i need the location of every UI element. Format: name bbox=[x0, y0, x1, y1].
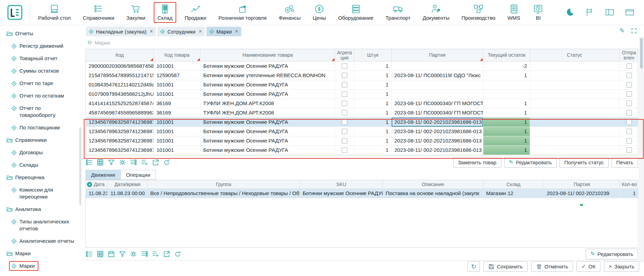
column-header-datetime[interactable]: Дата/время bbox=[108, 180, 147, 188]
table-row[interactable]: 215478955478995512147156 12590587 Ботинк… bbox=[86, 71, 638, 80]
column-header-product-name[interactable]: Наименование товара bbox=[200, 49, 335, 61]
split-panel-icon[interactable] bbox=[605, 8, 615, 17]
aggregation-checkbox[interactable] bbox=[342, 119, 347, 125]
replace-product-button[interactable]: Заменить товар bbox=[453, 157, 501, 168]
sidebar-item[interactable]: Типы аналитических отчетов bbox=[0, 215, 82, 235]
sidebar-item[interactable]: Товарный отчет bbox=[0, 52, 82, 65]
tab-operations[interactable]: Операции bbox=[121, 170, 156, 180]
sent-checkbox[interactable] bbox=[626, 110, 632, 116]
movement-row[interactable]: 11.08.23 11.08.23 00:00 Все / Непродовол… bbox=[86, 189, 638, 198]
sent-checkbox[interactable] bbox=[626, 129, 632, 134]
numbered-list-icon[interactable] bbox=[86, 159, 93, 166]
column-header-aggregation[interactable]: Агрегация bbox=[335, 49, 354, 61]
menu-item-spravochniki[interactable]: Справочники bbox=[79, 2, 118, 23]
column-header-status[interactable]: Статус bbox=[530, 49, 619, 61]
grid-view-icon[interactable] bbox=[97, 250, 104, 258]
ok-button[interactable]: ✓ОК bbox=[576, 261, 600, 272]
column-header-batch[interactable]: Партия bbox=[392, 49, 483, 61]
sent-checkbox[interactable] bbox=[626, 82, 632, 88]
column-header-sku[interactable]: SKU bbox=[300, 180, 383, 188]
refresh-button[interactable]: ↻ bbox=[467, 261, 480, 272]
aggregation-checkbox[interactable] bbox=[342, 129, 347, 134]
sidebar-item[interactable]: Комиссии для переоценки bbox=[0, 184, 82, 203]
menu-item-sklad[interactable]: Склад bbox=[154, 2, 176, 23]
menu-item-proizvodstvo[interactable]: Производство bbox=[458, 2, 499, 23]
list-add-icon[interactable] bbox=[141, 159, 148, 166]
tab[interactable]: Сотрудники × bbox=[157, 27, 205, 36]
table-row[interactable]: 123456789632587412369874 101001 Ботинки … bbox=[86, 118, 638, 127]
aggregation-checkbox[interactable] bbox=[342, 110, 347, 116]
pin-flag-icon[interactable] bbox=[584, 8, 595, 17]
column-header-batch[interactable]: Партия bbox=[544, 180, 620, 188]
menu-item-tseny[interactable]: $ Цены bbox=[309, 2, 330, 23]
sidebar-item[interactable]: Заказы марок bbox=[0, 272, 82, 276]
sent-checkbox[interactable] bbox=[626, 101, 632, 106]
sent-checkbox[interactable] bbox=[626, 119, 632, 125]
aggregation-checkbox[interactable] bbox=[342, 63, 347, 69]
aggregation-checkbox[interactable] bbox=[342, 138, 347, 144]
sent-checkbox[interactable] bbox=[626, 73, 632, 78]
get-status-button[interactable]: Получить статус bbox=[560, 157, 609, 168]
menu-item-rabochiy-stol[interactable]: Рабочий стол bbox=[34, 2, 74, 23]
sidebar-item[interactable]: Отчет по остаткам bbox=[0, 90, 82, 102]
aggregation-checkbox[interactable] bbox=[342, 82, 347, 88]
expand-fullscreen-icon[interactable] bbox=[631, 28, 637, 34]
vertical-scrollbar[interactable] bbox=[639, 37, 644, 262]
column-header-date[interactable]: ▾ Дата bbox=[86, 180, 108, 188]
menu-item-transport[interactable]: Транспорт bbox=[382, 2, 414, 23]
tab-movements[interactable]: Движения bbox=[86, 170, 121, 180]
column-list-icon[interactable] bbox=[141, 250, 148, 258]
sent-checkbox[interactable] bbox=[626, 63, 632, 69]
aggregation-checkbox[interactable] bbox=[342, 91, 347, 97]
aggregation-checkbox[interactable] bbox=[342, 101, 347, 106]
tab-close-icon[interactable]: × bbox=[150, 28, 153, 35]
sent-checkbox[interactable] bbox=[626, 147, 632, 153]
collapse-icon[interactable]: ⊖ bbox=[87, 40, 92, 45]
app-logo[interactable] bbox=[0, 5, 30, 20]
window-frame-icon[interactable] bbox=[625, 8, 635, 17]
gear-icon[interactable] bbox=[119, 159, 126, 166]
edit-button[interactable]: ✎Редактировать bbox=[504, 157, 557, 168]
filter-funnel-icon[interactable] bbox=[119, 250, 126, 258]
tab[interactable]: Накладные (закупка) × bbox=[86, 27, 156, 36]
save-button[interactable]: Сохранить bbox=[483, 261, 528, 272]
menu-item-bi[interactable]: BI bbox=[528, 2, 548, 23]
column-header-code[interactable]: Код bbox=[86, 49, 154, 61]
table-row[interactable]: 458745698745589658899632 36169 ТУФЛИ ЖЕН… bbox=[86, 108, 638, 118]
numbered-list-icon[interactable] bbox=[86, 250, 93, 258]
sidebar-item[interactable]: Переоценка bbox=[0, 171, 82, 184]
sidebar-item[interactable]: Аналитические отчеты bbox=[0, 235, 82, 247]
table-row[interactable]: 123456789632587412369874 101001 Ботинки … bbox=[86, 127, 638, 136]
sidebar-item[interactable]: Марки bbox=[0, 247, 82, 260]
table-row[interactable]: 0108435476121140212d49a5 101001 Ботинки … bbox=[86, 80, 638, 90]
column-header-description[interactable]: Описание bbox=[383, 180, 483, 188]
sent-checkbox[interactable] bbox=[626, 138, 632, 144]
refresh-icon[interactable] bbox=[174, 250, 181, 258]
menu-item-zakupki[interactable]: Закупки bbox=[123, 2, 149, 23]
refresh-icon[interactable] bbox=[163, 159, 170, 166]
sidebar-item[interactable]: Суммы остатков bbox=[0, 65, 82, 77]
table-row[interactable]: 2900000203006/9856874584 101001 Ботинки … bbox=[86, 62, 638, 71]
menu-item-oborudovanie[interactable]: Оборудование bbox=[334, 2, 377, 23]
table-row[interactable]: 123456789632587412369874 101001 Ботинки … bbox=[86, 136, 638, 146]
column-header-group[interactable]: Группа bbox=[147, 180, 300, 188]
column-header-qty[interactable]: Кол-во bbox=[620, 180, 638, 188]
tab-close-icon[interactable]: × bbox=[235, 28, 238, 35]
menu-item-roznichnaya-torgovlya[interactable]: Розничная торговля bbox=[215, 2, 270, 23]
menu-item-dokumenty[interactable]: Документы bbox=[419, 2, 453, 23]
export-icon[interactable] bbox=[163, 250, 170, 258]
sidebar-item[interactable]: Марки bbox=[0, 260, 82, 272]
scrollbar-thumb[interactable] bbox=[640, 38, 643, 68]
filter-funnel-icon[interactable] bbox=[108, 159, 115, 166]
column-header-balance[interactable]: Текущий остаток bbox=[483, 49, 530, 61]
edit-pencil-icon[interactable]: ✎ bbox=[619, 28, 625, 34]
sidebar-item[interactable]: Справочники bbox=[0, 134, 82, 146]
sidebar-item[interactable]: Договоры bbox=[0, 146, 82, 159]
table-row[interactable]: 0107909799438588212jJhU9q 101001 Ботинки… bbox=[86, 90, 638, 99]
print-button[interactable]: Печать bbox=[611, 157, 638, 168]
sidebar-item[interactable]: Отчеты bbox=[0, 27, 82, 40]
tab-close-icon[interactable]: × bbox=[199, 28, 202, 35]
sidebar-item[interactable]: Регистр движений bbox=[0, 40, 82, 52]
sidebar-item[interactable]: Отчет по товарообороту bbox=[0, 102, 82, 121]
close-button[interactable]: ×Закрыть bbox=[604, 261, 639, 272]
